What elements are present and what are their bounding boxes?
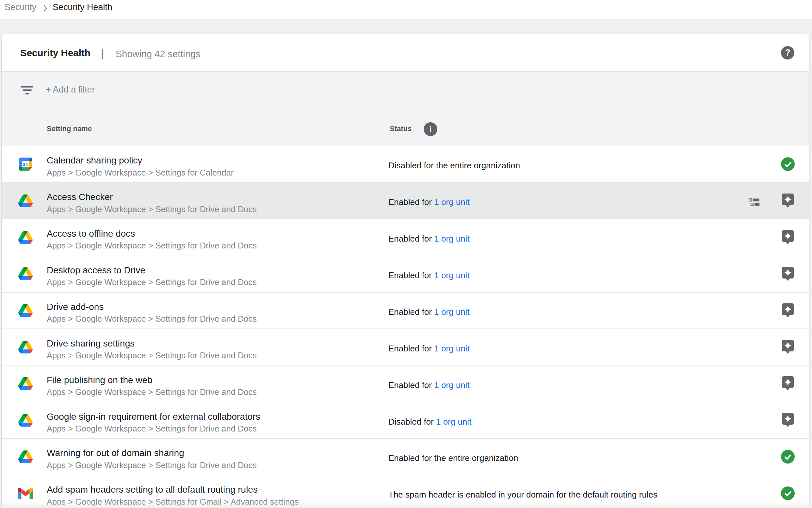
svg-text:31: 31 <box>22 162 29 167</box>
